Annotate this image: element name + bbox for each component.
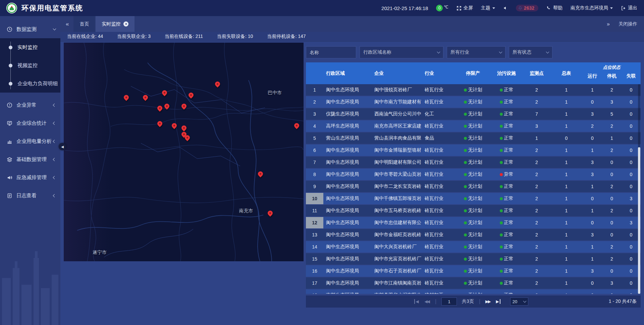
bar-chart-icon [7, 139, 12, 144]
status-dot-icon [464, 197, 467, 200]
sidebar-item-1[interactable]: 数据监测 [0, 20, 60, 38]
cell-stop-status: 无计划 [456, 120, 490, 132]
prev-page-button[interactable]: ◀◀ [424, 299, 430, 304]
sidebar-subitem[interactable]: 实时监控 [0, 38, 60, 56]
next-page-button[interactable]: ▶▶ [485, 299, 491, 304]
close-icon[interactable]: × [123, 21, 128, 26]
stats-board-icon [7, 120, 12, 126]
table-row[interactable]: 7阆中生态环境局阆中明阳建材有限公司砖瓦行业无计划正常21300 [306, 157, 641, 168]
table-row[interactable]: 1阆中生态环境局阆中强锐页岩砖厂砖瓦行业无计划正常21120 [306, 84, 641, 96]
panel-collapse-button[interactable]: ◀ [59, 143, 66, 150]
table-row[interactable]: 2阆中生态环境局阆中市南方节能建材有砖瓦行业无计划正常21030 [306, 96, 641, 108]
col-meter: 总表 [550, 62, 583, 84]
status-dot-icon [464, 221, 467, 224]
tab-实时监控[interactable]: 实时监控× [96, 16, 135, 32]
cell-meter-count: 1 [550, 253, 583, 265]
sidebar-subitem-label: 视频监控 [17, 62, 38, 69]
page-number-input[interactable] [441, 297, 457, 306]
sidebar-subitem[interactable]: 企业电力负荷明细 [0, 74, 60, 93]
status-dot-icon [464, 209, 467, 212]
table-row[interactable]: 3仪陇生态环境局西南油气田分公司川中化工无计划正常71350 [306, 108, 641, 120]
cell-industry: 砖瓦行业 [422, 241, 456, 253]
page-size-select[interactable]: 20 [510, 297, 528, 306]
table-row[interactable]: 12阆中生态环境局阆中市忠信建材有限公砖瓦行业无计划正常21003 [306, 217, 641, 228]
status-dot-icon [464, 101, 467, 104]
sidebar-item-2[interactable]: 企业异常 [0, 96, 60, 114]
close-operations-button[interactable]: 关闭操作 [619, 21, 637, 27]
cell-industry: 砖瓦行业 [422, 217, 456, 228]
status-select[interactable]: 所有状态 [509, 46, 552, 58]
cell-region: 阆中生态环境局 [323, 265, 372, 277]
sidebar-item-label: 日志查看 [16, 193, 53, 199]
logout-button[interactable]: 退出 [621, 5, 637, 11]
table-row[interactable]: 18南部生态环境局南部县双华水泥有限公建材加工无计划正常21000 [306, 289, 641, 294]
cell-halt-count: 1 [602, 132, 622, 144]
table-row[interactable]: 10阆中生态环境局阆中千佛镇五郎垭页岩砖瓦行业无计划正常21003 [306, 193, 641, 204]
cell-facility-status: 正常 [490, 253, 523, 265]
sidebar-item-7[interactable]: 日志查看 [0, 186, 60, 205]
theme-label: 主题 [481, 5, 490, 11]
cell-halt-count: 0 [602, 157, 622, 168]
table-row[interactable]: 9阆中生态环境局阆中市二龙长宝页岩砖砖瓦行业无计划正常21120 [306, 181, 641, 192]
last-page-button[interactable]: ▶ [496, 299, 500, 304]
cell-company: 阆中大兴页岩机砖厂 [372, 241, 422, 253]
status-dot-icon [500, 233, 503, 236]
table-row[interactable]: 5营山生态环境局营山县润丰肉食品有限食品无计划正常10010 [306, 132, 641, 144]
table-row[interactable]: 6阆中生态环境局阆中市金博瑞新型墙材砖瓦行业无计划正常21120 [306, 145, 641, 156]
cell-facility-status: 正常 [490, 96, 523, 108]
sidebar-item-3[interactable]: 企业综合统计 [0, 114, 60, 132]
table-row[interactable]: 11阆中生态环境局阆中市五马桥页岩机砖砖瓦行业无计划正常21120 [306, 205, 641, 216]
cell-run-count: 1 [583, 84, 602, 96]
first-page-button[interactable]: ◀ [414, 299, 419, 304]
help-button[interactable]: 帮助 [546, 5, 562, 11]
cell-stop-status: 无计划 [456, 289, 490, 294]
stat-value: 44 [98, 34, 103, 39]
region-select[interactable]: 行政区域名称 [360, 46, 443, 58]
map-panel[interactable]: 巴中市南充市遂宁市 [64, 43, 304, 261]
table-row[interactable]: 17阆中生态环境局阆中市江南镇阆南页岩砖瓦行业无计划正常21030 [306, 277, 641, 289]
row-index: 7 [306, 157, 323, 168]
cell-meter-count: 1 [550, 217, 583, 228]
table-row[interactable]: 8阆中生态环境局阆中市枣碧大梁山页岩砖瓦行业无计划异常21300 [306, 169, 641, 180]
table-row[interactable]: 16阆中生态环境局阆中市石子页岩机砖厂砖瓦行业无计划正常21300 [306, 265, 641, 277]
speaker-icon[interactable] [503, 6, 508, 10]
cell-halt-count: 0 [602, 265, 622, 277]
total-pages-label: 共3页 [462, 299, 474, 305]
logo-emblem [6, 2, 17, 14]
table-row[interactable]: 14阆中生态环境局阆中大兴页岩机砖厂砖瓦行业无计划正常21120 [306, 241, 641, 253]
chevron-down-icon [437, 50, 440, 53]
sidebar-item-4[interactable]: 企业用电量分析 [0, 132, 60, 150]
table-row[interactable]: 15阆中生态环境局阆中市光富页岩机砖厂砖瓦行业无计划正常21120 [306, 253, 641, 265]
industry-select[interactable]: 所有行业 [447, 46, 505, 58]
cell-halt-count: 2 [602, 120, 622, 132]
row-index: 8 [306, 169, 323, 180]
cell-stop-status: 无计划 [456, 265, 490, 277]
tab-首页[interactable]: 首页 [73, 16, 95, 32]
double-chevron-right-icon[interactable]: » [607, 21, 610, 27]
cell-monitor-count: 3 [523, 120, 550, 132]
name-search-input[interactable] [306, 46, 356, 58]
cell-run-count: 3 [583, 169, 602, 180]
cell-company: 阆中市二龙长宝页岩砖 [372, 181, 422, 192]
sidebar-item-6[interactable]: 应急减排管理 [0, 168, 60, 186]
scrollbar-thumb[interactable] [638, 147, 640, 294]
org-dropdown[interactable]: 南充市生态环境局 [571, 5, 613, 11]
table-row[interactable]: 4高坪生态环境局南充市高坪区王家店建砖瓦行业无计划正常31220 [306, 120, 641, 132]
cell-halt-count: 3 [602, 96, 622, 108]
cell-halt-count: 2 [602, 84, 622, 96]
cell-industry: 砖瓦行业 [422, 229, 456, 240]
sidebar-subitem[interactable]: 视频监控 [0, 56, 60, 74]
double-chevron-left-icon[interactable]: « [60, 21, 73, 28]
table-scrollbar[interactable] [638, 84, 640, 294]
sidebar-item-label: 数据监测 [16, 26, 53, 33]
table-row[interactable]: 13阆中生态环境局阆中市金福旺页岩机砖砖瓦行业无计划正常21300 [306, 229, 641, 240]
cell-halt-count: 0 [602, 193, 622, 204]
sidebar-item-5[interactable]: 基础数据管理 [0, 150, 60, 168]
cell-meter-count: 1 [550, 289, 583, 294]
datetime: 2021-02-25 17:46:18 [381, 5, 428, 11]
notification-badge[interactable]: 2632 [516, 5, 538, 11]
theme-dropdown[interactable]: 主题 [481, 5, 495, 11]
cell-region: 阆中生态环境局 [323, 253, 372, 265]
fullscreen-button[interactable]: 全屏 [457, 5, 473, 11]
cell-meter-count: 1 [550, 145, 583, 156]
